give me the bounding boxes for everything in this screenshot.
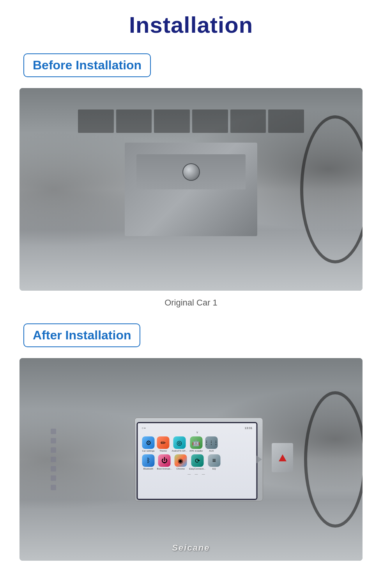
- original-radio-console: [125, 143, 257, 236]
- icon-aux: ⋮⋮⋮ AUX: [205, 436, 218, 452]
- icon-theme: ✏ Theme: [157, 436, 170, 452]
- panel-btn-6: [51, 475, 56, 481]
- before-installation-label: Before Installation: [33, 58, 141, 72]
- androits-icon: ◎: [173, 436, 186, 449]
- boot-animation-icon: ⏻: [158, 454, 171, 467]
- aux-label: AUX: [209, 450, 214, 452]
- panel-btn-3: [51, 447, 56, 453]
- before-installation-badge: Before Installation: [23, 53, 151, 77]
- icon-boot-animation: ⏻ Boot Animati...: [157, 454, 172, 470]
- easyconnect-label: EasyConnecti...: [189, 468, 205, 470]
- dropdown-arrow: ∨: [140, 431, 255, 434]
- android-icons-row-2: ᛒ Bluetooth ⏻ Boot Animati... ◉ Chrome: [142, 454, 252, 470]
- before-caption: Original Car 1: [164, 298, 218, 308]
- triangle-icon: [279, 454, 286, 461]
- chrome-icon: ◉: [174, 454, 187, 467]
- after-installation-image: ○ ▪ 13:31 ∨ ⚙ Car settings ✏: [19, 358, 363, 561]
- icon-car-settings: ⚙ Car settings: [142, 436, 155, 452]
- eject-button: [272, 443, 293, 472]
- theme-label: Theme: [159, 450, 167, 452]
- radio-unit: [136, 154, 246, 189]
- android-head-unit: ○ ▪ 13:31 ∨ ⚙ Car settings ✏: [137, 422, 258, 500]
- steering-wheel-outline: [300, 115, 363, 263]
- after-installation-label: After Installation: [33, 328, 131, 342]
- icon-chrome: ◉ Chrome: [174, 454, 187, 470]
- page-indicator-dots: — — —: [142, 472, 252, 476]
- after-installation-badge: After Installation: [23, 323, 140, 347]
- bluetooth-label: Bluetooth: [143, 468, 153, 470]
- icon-eq: ≡ EQ: [208, 454, 220, 470]
- before-installation-image: [19, 88, 363, 291]
- after-car-interior: ○ ▪ 13:31 ∨ ⚙ Car settings ✏: [19, 358, 363, 561]
- vent-5: [230, 109, 266, 133]
- android-statusbar: ○ ▪ 13:31: [140, 425, 255, 431]
- theme-icon: ✏: [157, 436, 170, 449]
- eq-label: EQ: [212, 468, 216, 470]
- page-title: Installation: [129, 12, 253, 38]
- eq-icon: ≡: [208, 454, 220, 467]
- android-left-icons: ○ ▪: [142, 426, 146, 430]
- easyconnect-icon: ⟳: [191, 454, 203, 467]
- chrome-label: Chrome: [177, 468, 185, 470]
- panel-btn-4: [51, 457, 56, 462]
- car-settings-icon: ⚙: [142, 436, 155, 449]
- bluetooth-icon: ᛒ: [142, 454, 155, 467]
- panel-btn-2: [51, 438, 56, 443]
- after-steering-wheel-outline: [304, 391, 363, 528]
- apk-label: APK installer: [189, 450, 203, 452]
- android-screen: ○ ▪ 13:31 ∨ ⚙ Car settings ✏: [138, 423, 256, 499]
- icon-apk: 🤖 APK installer: [189, 436, 203, 452]
- car-vents: [78, 109, 304, 133]
- before-car-interior: [19, 88, 363, 291]
- vent-2: [116, 109, 152, 133]
- boot-animation-label: Boot Animati...: [157, 468, 172, 470]
- android-icons-row-1: ⚙ Car settings ✏ Theme ◎ AndroiTS GP...: [142, 436, 252, 452]
- android-time: 13:31: [244, 426, 252, 430]
- vent-6: [268, 109, 304, 133]
- icon-bluetooth: ᛒ Bluetooth: [142, 454, 155, 470]
- vent-4: [192, 109, 228, 133]
- icon-easyconnect: ⟳ EasyConnecti...: [189, 454, 205, 470]
- vent-1: [78, 109, 114, 133]
- panel-btn-1: [51, 429, 56, 434]
- icon-androits: ◎ AndroiTS GP...: [172, 436, 187, 452]
- panel-btn-7: [51, 485, 56, 490]
- aux-icon: ⋮⋮⋮: [205, 436, 218, 449]
- androits-label: AndroiTS GP...: [172, 450, 187, 452]
- seicane-watermark: Seicane: [172, 543, 210, 553]
- car-settings-label: Car settings: [142, 450, 155, 452]
- vent-3: [154, 109, 190, 133]
- left-panel-buttons: [51, 429, 58, 490]
- radio-knob: [182, 163, 200, 181]
- panel-btn-5: [51, 466, 56, 471]
- back-arrow-button: [256, 456, 262, 463]
- apk-icon: 🤖: [190, 436, 202, 449]
- android-icons-grid: ⚙ Car settings ✏ Theme ◎ AndroiTS GP...: [140, 435, 255, 477]
